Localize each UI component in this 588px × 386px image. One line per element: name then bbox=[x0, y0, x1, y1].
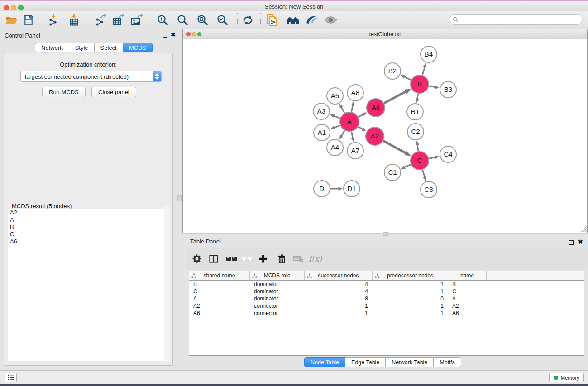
table-cell[interactable]: dominator bbox=[250, 295, 305, 302]
graph-edge-A2-C[interactable] bbox=[383, 141, 406, 153]
column-header-successor-nodes[interactable]: successor nodes bbox=[305, 271, 373, 280]
table-row[interactable]: Bdominator41B bbox=[189, 281, 584, 288]
import-network-button[interactable] bbox=[48, 14, 59, 26]
network-window-titlebar[interactable]: testGlobe.txt bbox=[183, 29, 587, 39]
window-resize-grip[interactable] bbox=[581, 226, 587, 232]
main-titlebar[interactable]: Session: New Session bbox=[0, 1, 588, 11]
graph-edge-A-A8[interactable] bbox=[351, 105, 353, 112]
graph-node-A1[interactable]: A1 bbox=[314, 124, 330, 141]
annotation-button[interactable] bbox=[306, 14, 318, 26]
graph-node-D1[interactable]: D1 bbox=[344, 181, 360, 197]
graph-node-A6[interactable]: A6 bbox=[367, 99, 385, 117]
graph-node-D[interactable]: D bbox=[314, 181, 330, 197]
table-cell[interactable]: C bbox=[189, 288, 250, 295]
add-column-button[interactable] bbox=[259, 253, 267, 264]
delete-table-button[interactable] bbox=[293, 253, 304, 264]
graph-edge-C-C3[interactable] bbox=[422, 170, 425, 177]
node-table[interactable]: shared nameMCDS rolesuccessor nodesprede… bbox=[189, 271, 584, 356]
open-browser-button[interactable] bbox=[286, 14, 300, 26]
result-item[interactable]: A6 bbox=[8, 238, 169, 245]
export-table-button[interactable] bbox=[112, 14, 125, 26]
result-item[interactable]: C bbox=[8, 231, 169, 238]
graph-node-A[interactable]: A bbox=[340, 112, 359, 131]
graph-edge-A-A6[interactable] bbox=[358, 114, 363, 117]
tab-style[interactable]: Style bbox=[69, 43, 95, 52]
delete-column-button[interactable] bbox=[277, 253, 286, 264]
table-cell[interactable]: C bbox=[448, 288, 487, 295]
graph-node-B1[interactable]: B1 bbox=[407, 104, 423, 120]
table-cell[interactable]: dominator bbox=[250, 288, 305, 295]
table-cell[interactable]: 1 bbox=[373, 288, 448, 295]
table-cell[interactable]: 1 bbox=[373, 310, 448, 317]
toolbar-search[interactable] bbox=[449, 14, 583, 25]
graph-node-A2[interactable]: A2 bbox=[366, 127, 384, 145]
float-panel-icon[interactable] bbox=[163, 33, 167, 38]
graph-edge-A-A3[interactable] bbox=[334, 116, 340, 118]
column-header-predecessor-nodes[interactable]: predecessor nodes bbox=[373, 271, 448, 280]
graph-edge-B-B4[interactable] bbox=[422, 67, 425, 75]
column-header-name[interactable]: name bbox=[448, 271, 487, 280]
graph-node-C3[interactable]: C3 bbox=[421, 181, 437, 198]
table-cell[interactable]: 4 bbox=[305, 281, 373, 288]
table-cell[interactable]: 1 bbox=[373, 281, 448, 288]
column-header-MCDS-role[interactable]: MCDS role bbox=[250, 271, 305, 280]
table-row[interactable]: Cdominator41C bbox=[189, 288, 584, 295]
graph-edge-C-C1[interactable] bbox=[404, 164, 411, 167]
table-cell[interactable]: 8 bbox=[305, 295, 373, 302]
graph-node-C4[interactable]: C4 bbox=[440, 146, 456, 162]
close-panel-icon[interactable]: ✖ bbox=[171, 31, 176, 38]
tab-network-table[interactable]: Network Table bbox=[385, 357, 434, 367]
table-cell[interactable]: A2 bbox=[189, 302, 250, 310]
open-session-button[interactable] bbox=[5, 14, 17, 26]
mcds-result-list[interactable]: A2ABCA6 bbox=[8, 209, 169, 361]
table-cell[interactable]: 0 bbox=[373, 295, 448, 302]
vertical-splitter-handle[interactable] bbox=[177, 195, 182, 201]
graph-edge-A6-B[interactable] bbox=[384, 91, 406, 103]
save-session-button[interactable] bbox=[23, 14, 34, 26]
close-panel-button[interactable]: Close panel bbox=[91, 87, 136, 97]
zoom-out-button[interactable] bbox=[177, 14, 188, 26]
graph-node-C[interactable]: C bbox=[411, 152, 429, 170]
table-cell[interactable]: connector bbox=[250, 302, 305, 310]
zoom-selected-button[interactable] bbox=[217, 14, 228, 26]
table-cell[interactable]: 1 bbox=[305, 302, 373, 310]
table-cell[interactable]: A2 bbox=[448, 302, 487, 310]
tab-network[interactable]: Network bbox=[35, 43, 69, 52]
task-history-button[interactable] bbox=[5, 373, 17, 382]
table-cell[interactable]: dominator bbox=[250, 281, 305, 288]
table-row[interactable]: A2connector11A2 bbox=[189, 302, 584, 310]
table-cell[interactable]: A6 bbox=[189, 310, 250, 317]
graph-node-A5[interactable]: A5 bbox=[327, 88, 343, 104]
graph-node-B[interactable]: B bbox=[411, 75, 429, 93]
table-cell[interactable]: A bbox=[448, 295, 487, 302]
result-item[interactable]: A2 bbox=[8, 209, 169, 216]
tab-motifs[interactable]: Motifs bbox=[433, 357, 461, 367]
graph-edge-B-B3[interactable] bbox=[429, 86, 435, 87]
result-scrollbar[interactable] bbox=[164, 206, 170, 362]
float-table-panel-icon[interactable] bbox=[569, 240, 574, 245]
table-row[interactable]: Adominator80A bbox=[189, 295, 584, 302]
graph-node-B3[interactable]: B3 bbox=[440, 81, 456, 98]
function-builder-button[interactable]: f(x) bbox=[309, 253, 322, 264]
result-item[interactable]: A bbox=[8, 216, 169, 224]
graph-edge-A-A5[interactable] bbox=[341, 107, 344, 113]
clone-network-button[interactable] bbox=[266, 14, 279, 26]
deselect-all-button[interactable] bbox=[242, 253, 252, 264]
graph-edge-A-A1[interactable] bbox=[334, 125, 340, 128]
graph-node-B4[interactable]: B4 bbox=[421, 46, 437, 62]
table-cell[interactable]: 1 bbox=[305, 310, 373, 317]
graph-edge-C-C4[interactable] bbox=[429, 157, 435, 158]
graph-edge-C-C2[interactable] bbox=[417, 144, 418, 151]
tab-edge-table[interactable]: Edge Table bbox=[345, 357, 386, 367]
zoom-fit-button[interactable] bbox=[197, 14, 208, 26]
table-row[interactable]: A6connector11A6 bbox=[189, 310, 584, 317]
table-cell[interactable]: A bbox=[189, 295, 250, 302]
graph-node-C1[interactable]: C1 bbox=[384, 164, 401, 181]
select-all-button[interactable] bbox=[226, 253, 237, 264]
zoom-in-button[interactable] bbox=[157, 14, 168, 26]
network-graph[interactable]: AA1A2A3A4A5A6A7A8BB1B2B3B4CC1C2C3C4DD1 bbox=[183, 39, 587, 233]
close-table-panel-icon[interactable]: ✖ bbox=[578, 238, 583, 246]
tab-node-table[interactable]: Node Table bbox=[304, 357, 345, 367]
tab-select[interactable]: Select bbox=[94, 43, 123, 52]
network-view-window[interactable]: testGlobe.txt AA1A2A3A4A5A6A7A8BB1B2B3B4… bbox=[182, 29, 588, 233]
